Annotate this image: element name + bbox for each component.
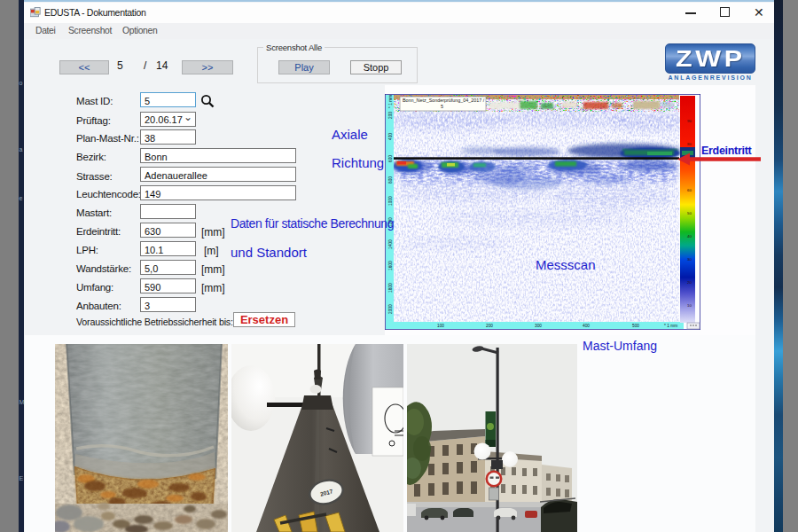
svg-text:* 1 mm: * 1 mm bbox=[388, 95, 393, 108]
svg-text:200: 200 bbox=[486, 324, 493, 328]
svg-text:1600: 1600 bbox=[388, 261, 393, 270]
svg-text:1400: 1400 bbox=[388, 239, 393, 249]
svg-text:1800: 1800 bbox=[388, 283, 393, 293]
svg-text:30: 30 bbox=[687, 257, 692, 262]
svg-text:2000: 2000 bbox=[388, 304, 393, 314]
svg-text:* 1 mm: * 1 mm bbox=[664, 324, 677, 328]
svg-text:600: 600 bbox=[388, 155, 393, 162]
svg-text:200: 200 bbox=[388, 112, 393, 119]
svg-text:400: 400 bbox=[388, 133, 393, 140]
svg-text:5: 5 bbox=[441, 104, 443, 109]
svg-text:90: 90 bbox=[687, 119, 692, 123]
svg-text:1000: 1000 bbox=[388, 196, 393, 206]
svg-text:500: 500 bbox=[632, 324, 639, 328]
svg-text:80: 80 bbox=[687, 142, 692, 146]
svg-text:50: 50 bbox=[687, 211, 692, 215]
svg-text:300: 300 bbox=[535, 324, 542, 328]
svg-text:800: 800 bbox=[388, 176, 393, 184]
svg-text:100: 100 bbox=[437, 324, 444, 328]
svg-text:400: 400 bbox=[583, 324, 590, 328]
svg-text:10: 10 bbox=[687, 303, 692, 308]
svg-text:Bonn_Netz_Sonderprüfung_04_201: Bonn_Netz_Sonderprüfung_04_2017 / bbox=[403, 98, 485, 103]
svg-text:40: 40 bbox=[687, 234, 692, 239]
svg-text:60: 60 bbox=[687, 188, 692, 192]
svg-text:20: 20 bbox=[687, 280, 692, 285]
